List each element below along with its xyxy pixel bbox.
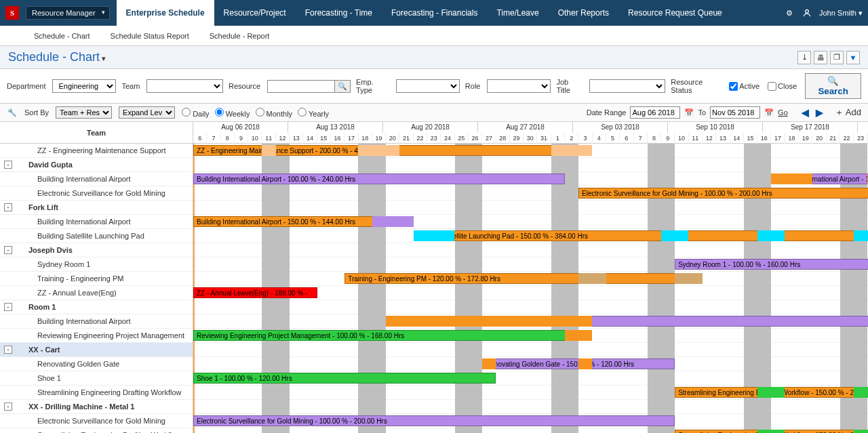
tree-label: Streamlining Engineering Drafting Workfl… bbox=[0, 388, 182, 396]
gantt-pane[interactable]: Aug 06 2018Aug 13 2018Aug 20 2018Aug 27 … bbox=[193, 122, 868, 433]
prev-arrow-icon[interactable]: ◀ bbox=[800, 107, 810, 118]
tree-row[interactable]: Streamlining Engineering Drafting Workfl… bbox=[0, 386, 193, 400]
tree-row[interactable]: -XX - Cart bbox=[0, 343, 193, 357]
expand-toggle-icon[interactable]: - bbox=[4, 403, 12, 411]
gantt-bar[interactable]: Reviewing Engineering Project Management… bbox=[193, 330, 592, 341]
subtab-schedule-report[interactable]: Schedule - Report bbox=[210, 32, 270, 40]
user-icon[interactable] bbox=[802, 7, 812, 18]
tree-row[interactable]: Renovating Golden Gate bbox=[0, 357, 193, 371]
period-yearly[interactable]: Yearly bbox=[298, 108, 329, 118]
nav-tab-forecasting-time[interactable]: Forecasting - Time bbox=[296, 0, 382, 26]
date-to-label: To bbox=[698, 108, 706, 117]
gantt-bar[interactable]: Training - Engineering PM - 120.00 % - 1… bbox=[344, 273, 703, 284]
gantt-bar[interactable]: Building International Airport - 100.00 … bbox=[193, 173, 565, 184]
close-label: Close bbox=[778, 82, 797, 90]
tree-row[interactable]: -Joseph Dvis bbox=[0, 243, 193, 257]
filter-icon[interactable]: ▼ bbox=[846, 51, 860, 64]
resource-manager-selector[interactable]: Resource Manager bbox=[26, 6, 110, 20]
copy-icon[interactable]: ❐ bbox=[830, 51, 844, 64]
gantt-bar[interactable]: Shoe 1 - 100.00 % - 120.00 Hrs bbox=[193, 373, 496, 384]
period-monthly[interactable]: Monthly bbox=[256, 108, 293, 118]
tree-row[interactable]: Electronic Surveillance for Gold Mining bbox=[0, 186, 193, 201]
tree-row[interactable]: -XX - Drilling Machine - Metal 1 bbox=[0, 400, 193, 414]
day-header: 12 bbox=[276, 133, 290, 144]
tree-row[interactable]: Building International Airport bbox=[0, 314, 193, 329]
search-button[interactable]: 🔍 Search bbox=[805, 73, 861, 99]
go-link[interactable]: Go bbox=[778, 108, 788, 117]
sort-by-select[interactable]: Team + Res bbox=[56, 106, 112, 119]
period-daily[interactable]: Daily bbox=[182, 108, 210, 118]
print-icon[interactable]: 🖶 bbox=[814, 51, 827, 64]
close-checkbox[interactable] bbox=[768, 82, 776, 91]
tree-row[interactable]: Shoe 1 bbox=[0, 371, 193, 386]
tree-row[interactable]: -Room 1 bbox=[0, 300, 193, 314]
active-checkbox[interactable] bbox=[729, 82, 738, 91]
expand-toggle-icon[interactable]: - bbox=[4, 203, 12, 211]
tree-row[interactable]: ZZ - Annual Leave(Eng) bbox=[0, 286, 193, 300]
nav-tab-time-leave[interactable]: Time/Leave bbox=[487, 0, 548, 26]
tree-row[interactable]: Building International Airport bbox=[0, 172, 193, 186]
nav-tab-forecasting-financials[interactable]: Forecasting - Financials bbox=[382, 0, 487, 26]
day-header: 17 bbox=[344, 133, 358, 144]
tree-row[interactable]: Reviewing Engineering Project Management bbox=[0, 329, 193, 343]
gantt-bar[interactable]: Building Satellite Launching Pad - 150.0… bbox=[414, 230, 868, 241]
gear-icon[interactable]: ⚙ bbox=[784, 7, 795, 18]
top-nav: S Resource Manager Enterprise ScheduleRe… bbox=[0, 0, 868, 26]
gantt-bar[interactable]: Electronic Surveillance for Gold Mining … bbox=[193, 415, 675, 426]
tree-row[interactable]: Building Satellite Launching Pad bbox=[0, 229, 193, 243]
day-header: 15 bbox=[744, 133, 757, 144]
team-select[interactable] bbox=[146, 79, 223, 93]
expand-toggle-icon[interactable]: - bbox=[4, 246, 12, 254]
period-weekly[interactable]: Weekly bbox=[215, 108, 250, 118]
expand-level-select[interactable]: Expand Lev bbox=[119, 106, 175, 119]
expand-toggle-icon[interactable]: - bbox=[4, 303, 12, 311]
tree-label: Electronic Surveillance for Gold Mining bbox=[0, 417, 165, 425]
subtab-schedule-status-report[interactable]: Schedule Status Report bbox=[111, 32, 189, 40]
tree-row[interactable]: Training - Engineering PM bbox=[0, 272, 193, 286]
nav-tab-resource-project[interactable]: Resource/Project bbox=[214, 0, 296, 26]
tree-row[interactable]: ZZ - Engineering Maintenance Support bbox=[0, 144, 193, 158]
day-header: 9 bbox=[661, 133, 675, 144]
resource-input[interactable] bbox=[267, 80, 335, 93]
gantt-bar[interactable]: Sydney Room 1 - 100.00 % - 160.00 Hrs bbox=[675, 259, 868, 270]
day-header: 26 bbox=[469, 133, 482, 144]
page-title[interactable]: Schedule - Chart bbox=[8, 50, 106, 64]
date-to-input[interactable] bbox=[710, 106, 760, 119]
resource-tree[interactable]: ZZ - Engineering Maintenance Support-Dav… bbox=[0, 144, 193, 433]
next-arrow-icon[interactable]: ▶ bbox=[814, 107, 825, 118]
gantt-bar-segment bbox=[854, 387, 868, 398]
tree-row[interactable]: Streamlining Engineering Drafting Workfl… bbox=[0, 428, 193, 433]
subtab-schedule-chart[interactable]: Schedule - Chart bbox=[34, 32, 90, 40]
nav-tab-other-reports[interactable]: Other Reports bbox=[549, 0, 618, 26]
calendar-from-icon[interactable]: 📅 bbox=[684, 108, 694, 117]
emp-type-select[interactable] bbox=[396, 79, 460, 93]
date-from-input[interactable] bbox=[630, 106, 680, 119]
gantt-bar-segment bbox=[675, 273, 703, 284]
tree-row[interactable]: Sydney Room 1 bbox=[0, 257, 193, 272]
resource-lookup-icon[interactable]: 🔍 bbox=[335, 80, 351, 93]
tree-row[interactable]: Electronic Surveillance for Gold Mining bbox=[0, 414, 193, 428]
user-name[interactable]: John Smith ▾ bbox=[819, 9, 863, 18]
tree-row[interactable]: -Fork Lift bbox=[0, 201, 193, 215]
nav-tab-enterprise-schedule[interactable]: Enterprise Schedule bbox=[117, 0, 214, 26]
expand-toggle-icon[interactable]: - bbox=[4, 161, 12, 169]
tree-row[interactable]: Building International Airport bbox=[0, 215, 193, 229]
department-select[interactable]: Engineering bbox=[52, 79, 116, 93]
job-title-select[interactable] bbox=[589, 79, 666, 93]
gantt-bar[interactable]: Electronic Surveillance for Gold Mining … bbox=[578, 188, 868, 199]
day-header: 22 bbox=[840, 133, 854, 144]
weekend-band bbox=[455, 144, 483, 433]
expand-toggle-icon[interactable]: - bbox=[4, 346, 12, 354]
filter-bar: Department Engineering Team Resource 🔍 E… bbox=[0, 69, 868, 104]
export-icon[interactable]: ⤓ bbox=[797, 51, 811, 64]
role-select[interactable] bbox=[487, 79, 551, 93]
tree-row[interactable]: -David Gupta bbox=[0, 158, 193, 172]
day-header: 7 bbox=[207, 133, 220, 144]
day-header: 19 bbox=[799, 133, 812, 144]
wrench-icon[interactable]: 🔧 bbox=[7, 107, 18, 118]
day-header: 14 bbox=[730, 133, 744, 144]
calendar-to-icon[interactable]: 📅 bbox=[764, 108, 774, 117]
nav-tab-resource-request-queue[interactable]: Resource Request Queue bbox=[618, 0, 732, 26]
add-button[interactable]: ＋ Add bbox=[835, 106, 861, 119]
gantt-bar[interactable]: ZZ - Annual Leave(Eng) - 188.00 % - bbox=[193, 287, 317, 298]
